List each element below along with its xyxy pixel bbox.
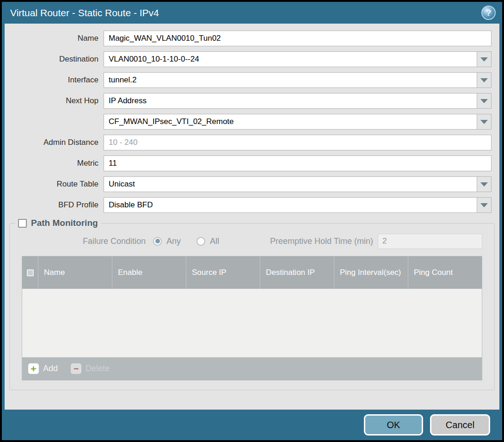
column-header-source-ip: Source IP	[186, 256, 260, 289]
route-table-input[interactable]	[104, 176, 477, 192]
chevron-down-icon	[480, 99, 488, 103]
select-all-checkbox[interactable]	[27, 269, 34, 276]
metric-input[interactable]	[104, 156, 492, 171]
cancel-button[interactable]: Cancel	[430, 414, 490, 436]
path-monitoring-table: Name Enable Source IP Destination IP Pin…	[22, 256, 482, 380]
all-radio[interactable]	[197, 237, 205, 246]
chevron-down-icon	[480, 78, 488, 82]
route-table-label: Route Table	[9, 180, 98, 189]
any-radio[interactable]	[153, 237, 162, 246]
column-header-ping-count: Ping Count	[408, 256, 482, 289]
destination-input[interactable]	[104, 51, 477, 67]
destination-dropdown-button[interactable]	[477, 51, 492, 67]
path-monitoring-title: Path Monitoring	[31, 218, 98, 228]
dialog-body: Name Destination Interface Next Hop	[5, 24, 499, 410]
destination-label: Destination	[9, 55, 98, 64]
form-row-destination: Destination	[9, 51, 492, 67]
ok-button[interactable]: OK	[364, 414, 423, 436]
static-route-dialog: Virtual Router - Static Route - IPv4 ? N…	[0, 0, 504, 442]
admin-distance-label: Admin Distance	[9, 138, 98, 147]
dialog-title: Virtual Router - Static Route - IPv4	[10, 7, 481, 19]
bfd-profile-dropdown-button[interactable]	[477, 197, 492, 213]
form-row-next-hop: Next Hop	[9, 93, 492, 109]
column-header-name: Name	[38, 256, 112, 289]
table-body-empty	[22, 289, 482, 357]
failure-condition-label: Failure Condition	[22, 237, 146, 246]
interface-input[interactable]	[104, 72, 477, 88]
path-monitoring-legend: Path Monitoring	[15, 218, 101, 228]
next-hop-address-input[interactable]	[104, 114, 477, 130]
chevron-down-icon	[480, 57, 488, 62]
delete-button-label: Delete	[86, 364, 110, 374]
delete-button[interactable]: − Delete	[71, 363, 110, 374]
next-hop-type-input[interactable]	[104, 93, 477, 109]
column-header-destination-ip: Destination IP	[260, 256, 334, 289]
path-monitoring-section: Path Monitoring Failure Condition Any Al…	[9, 218, 495, 390]
interface-label: Interface	[9, 75, 98, 85]
form-row-admin-distance: Admin Distance	[9, 135, 492, 150]
metric-label: Metric	[9, 159, 98, 168]
name-input[interactable]	[104, 31, 492, 46]
admin-distance-input[interactable]	[104, 135, 492, 150]
add-button[interactable]: + Add	[28, 363, 58, 374]
preemptive-hold-time-input[interactable]	[378, 234, 482, 249]
table-header-row: Name Enable Source IP Destination IP Pin…	[22, 256, 482, 289]
form-row-route-table: Route Table	[9, 176, 492, 192]
dialog-titlebar: Virtual Router - Static Route - IPv4 ?	[2, 2, 502, 24]
column-header-enable: Enable	[112, 256, 186, 289]
next-hop-label: Next Hop	[9, 96, 98, 106]
form-row-bfd-profile: BFD Profile	[9, 197, 492, 213]
any-radio-label: Any	[166, 237, 181, 246]
next-hop-type-dropdown-button[interactable]	[477, 93, 492, 109]
route-table-dropdown-button[interactable]	[477, 176, 492, 192]
interface-dropdown-button[interactable]	[477, 72, 492, 88]
table-toolbar: + Add − Delete	[22, 357, 482, 380]
minus-icon: −	[71, 363, 81, 374]
form-row-interface: Interface	[9, 72, 492, 88]
path-monitoring-checkbox[interactable]	[18, 219, 27, 228]
plus-icon: +	[28, 363, 39, 374]
column-header-ping-interval: Ping Interval(sec)	[334, 256, 408, 289]
form-row-metric: Metric	[9, 156, 492, 171]
radio-selected-dot	[155, 239, 160, 243]
bfd-profile-input[interactable]	[104, 197, 477, 213]
bfd-profile-label: BFD Profile	[9, 200, 98, 210]
radio-option-any: Any	[153, 237, 181, 246]
radio-option-all: All	[197, 237, 219, 246]
preemptive-hold-time-label: Preemptive Hold Time (min)	[270, 237, 373, 246]
chevron-down-icon	[480, 182, 488, 187]
add-button-label: Add	[43, 364, 58, 374]
name-label: Name	[9, 34, 98, 43]
help-icon[interactable]: ?	[481, 6, 496, 20]
next-hop-address-dropdown-button[interactable]	[477, 114, 492, 130]
chevron-down-icon	[480, 203, 488, 207]
dialog-footer: OK Cancel	[2, 410, 502, 440]
all-radio-label: All	[210, 237, 219, 246]
select-all-column	[22, 256, 38, 289]
form-row-next-hop-address	[9, 114, 492, 130]
chevron-down-icon	[480, 120, 488, 124]
form-row-name: Name	[9, 31, 492, 46]
failure-condition-row: Failure Condition Any All Preemptive Hol…	[22, 233, 482, 249]
